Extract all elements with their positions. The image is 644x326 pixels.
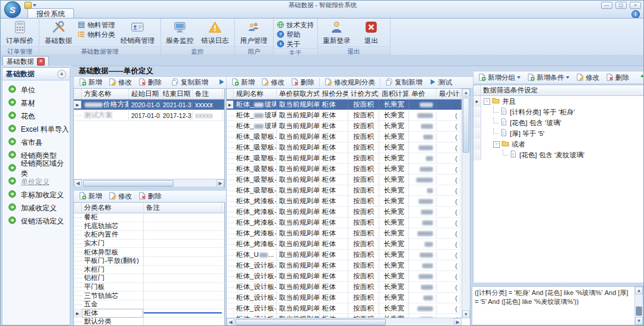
table-row[interactable]: 柜体_设计板-...取当前规则单价柜体按面积长乘宽( <box>227 282 462 293</box>
quote-category-cell: 柜体 <box>320 228 348 238</box>
category-delete-button[interactable]: 删除 <box>135 191 165 201</box>
rule-delete-button[interactable]: 删除 <box>288 77 317 88</box>
tab-quotation-system[interactable]: 报价系统 <box>27 8 74 18</box>
scrollbar-thumb[interactable] <box>463 98 469 153</box>
sidebar-item[interactable]: 促销活动定义 <box>2 215 70 228</box>
tree-node-label: [花色] 包含 '麦纹玻璃' <box>519 151 584 160</box>
plan-delete-button[interactable]: 删除 <box>135 77 165 88</box>
category-edit-button[interactable]: 修改 <box>106 191 135 201</box>
collapse-icon[interactable]: ▲ <box>57 70 66 79</box>
ribbon-button-globe[interactable]: 技术支持 <box>277 21 314 29</box>
chevron-down-icon[interactable] <box>33 4 36 7</box>
table-row[interactable]: 柜体_吸塑板-...取当前规则单价柜体按面积长乘宽( <box>227 164 462 175</box>
tab-close-icon[interactable]: ✕ <box>37 58 45 66</box>
table-row[interactable]: ▸价格方案2020-01-012021-01-31xxxxx <box>74 100 224 110</box>
rule-play-button[interactable]: 测试 <box>426 77 455 88</box>
ribbon-button-orange-list[interactable]: 物料分类 <box>78 30 115 39</box>
scrollbar-thumb[interactable] <box>636 306 642 316</box>
acquire-mode-cell: 取当前规则单价 <box>277 303 320 313</box>
scroll-up-icon[interactable]: ▲ <box>462 89 470 97</box>
sidebar-item[interactable]: 基材 <box>2 97 70 110</box>
table-row[interactable]: 默认分类 <box>74 318 224 326</box>
table-row[interactable]: 柜体_设计板-...取当前规则单价柜体按面积长乘宽( <box>227 260 462 271</box>
ribbon-button-help[interactable]: ?帮助 <box>277 30 314 39</box>
rule-add-button[interactable]: 新增 <box>228 77 258 88</box>
page-icon <box>509 150 519 160</box>
scrollbar-thumb[interactable] <box>236 319 386 325</box>
table-row[interactable]: 柜体_吸塑板-...取当前规则单价柜体按面积长乘宽( <box>227 132 462 142</box>
vertical-scrollbar[interactable]: ▲ ▼ <box>634 287 643 325</box>
ribbon-button-monitor[interactable]: 服务监控 <box>164 20 196 46</box>
table-row[interactable]: ▸柜体_玻璃...取当前规则单价柜体按面积长乘宽( <box>227 100 462 110</box>
sidebar-item-label: 加减收定义 <box>21 203 57 213</box>
rule-edit-button[interactable]: 修改规则分类 <box>321 77 378 88</box>
expand-collapse-icon[interactable]: − <box>493 141 500 148</box>
table-row[interactable]: 柜体_玻璃...取当前规则单价柜体按面积长乘宽( <box>227 110 462 121</box>
quote-category-cell: 柜体 <box>320 185 348 195</box>
rule-edit-button[interactable]: 修改 <box>258 77 287 88</box>
scroll-left-icon[interactable]: ◀ <box>227 318 234 326</box>
table-row[interactable]: 柜体_设计板-...取当前规则单价柜体按面积长乘宽( <box>227 271 462 282</box>
table-row[interactable]: 柜体_吸塑板-...取当前规则单价柜体按面积长乘宽( <box>227 185 462 196</box>
table-row[interactable]: 柜体_吸塑板-...取当前规则单价柜体按面积长乘宽( <box>227 142 462 153</box>
table-row[interactable]: 柜体_烤漆板-...取当前规则单价柜体按面积长乘宽( <box>227 218 462 228</box>
tree-node[interactable]: [花色] 包含 '玻璃' <box>473 117 644 128</box>
table-row[interactable]: 柜体_烤漆板-...取当前规则单价柜体按面积长乘宽( <box>227 228 462 239</box>
table-row[interactable]: 柜体_U...取当前规则单价柜体按面积长乘宽( <box>227 250 462 260</box>
table-row[interactable]: 柜体_烤漆板-...取当前规则单价柜体按面积长乘宽( <box>227 239 462 250</box>
filter-edit-button[interactable]: 修改 <box>573 73 602 83</box>
scrollbar-thumb[interactable] <box>83 180 174 187</box>
table-row[interactable]: 柜体_烤漆板-...取当前规则单价柜体按面积长乘宽( <box>227 207 462 218</box>
ribbon-button-exit[interactable]: 退出 <box>356 20 387 46</box>
ribbon-button-warning[interactable]: 错误日志 <box>199 20 231 46</box>
ribbon-button-users[interactable]: 用户管理 <box>238 20 270 46</box>
folder-icon <box>501 139 512 149</box>
filter-delete-button[interactable]: 删除 <box>603 73 632 83</box>
ribbon-button-calculator[interactable]: 订单报价 <box>4 20 36 46</box>
window-title: 基础数据 - 智能报价系统 <box>1 1 644 8</box>
filter-add-button[interactable]: 新增分组 <box>475 73 524 83</box>
sidebar-item[interactable]: Excel 料单导入 <box>2 123 70 136</box>
scroll-up-icon[interactable]: ▲ <box>635 287 643 294</box>
table-row[interactable]: 测试方案2017-01-012017-12-31xxxxx <box>74 110 224 121</box>
table-row[interactable]: 柜体_设计板-...取当前规则单价柜体按面积长乘宽( <box>227 303 462 314</box>
ribbon-button-dealer[interactable]: 经销商管理 <box>118 20 157 46</box>
filter-undo-button[interactable]: 撤销 <box>636 73 644 83</box>
info-icon[interactable]: i <box>631 10 640 18</box>
horizontal-scrollbar[interactable]: ◀ ▶ <box>227 318 462 326</box>
expand-collapse-icon[interactable]: − <box>484 98 490 105</box>
scroll-right-icon[interactable]: ▶ <box>454 318 462 326</box>
plan-add-button[interactable]: 新增 <box>76 77 105 88</box>
table-row[interactable]: 柜体_吸塑板-...取当前规则单价柜体按面积长乘宽( <box>227 153 462 164</box>
tree-node[interactable]: [花色] 包含 '麦纹玻璃' <box>473 150 644 160</box>
ribbon-button-about[interactable]: i关于 <box>277 40 314 48</box>
table-row[interactable]: 柜体_烤漆板-...取当前规则单价柜体按面积长乘宽( <box>227 196 462 207</box>
tab-basic-data[interactable]: 基础数据 ✕ <box>2 56 49 66</box>
tree-node[interactable]: [计料分类] 等于 '柜身' <box>473 107 644 117</box>
sidebar-item[interactable]: 非标加收定义 <box>2 188 70 201</box>
sidebar-item[interactable]: 经销商区域分类 <box>2 162 70 175</box>
rule-copy-button[interactable]: 复制新增 <box>382 77 425 88</box>
acquire-mode-cell: 取当前规则单价 <box>277 282 320 292</box>
table-row[interactable]: 柜体_吸塑板-...取当前规则单价柜体按面积长乘宽( <box>227 175 462 185</box>
plan-copy-button[interactable]: 复制新增 <box>168 77 211 88</box>
table-row[interactable]: 柜体_玻璃...取当前规则单价柜体按面积长乘宽( <box>227 121 462 132</box>
ribbon-button-tools[interactable]: 基础数据 <box>42 20 75 46</box>
plan-edit-button[interactable]: 修改 <box>106 77 135 88</box>
category-add-button[interactable]: 新增 <box>76 191 105 201</box>
sidebar-item[interactable]: 单位 <box>2 83 70 97</box>
sidebar-item[interactable]: 加减收定义 <box>2 201 70 215</box>
ribbon-button-box[interactable]: 物料管理 <box>78 21 115 29</box>
scroll-down-icon[interactable]: ▼ <box>635 317 643 325</box>
sidebar-item[interactable]: 省市县 <box>2 136 70 149</box>
tree-node[interactable]: [厚] 等于 '5' <box>473 128 644 139</box>
filter-add-button[interactable]: 新增条件 <box>524 73 572 83</box>
green-arrow-icon <box>8 151 16 160</box>
vertical-scrollbar[interactable]: ▲ ▼ <box>462 89 470 318</box>
ribbon-button-person[interactable]: 重新登录 <box>321 20 353 46</box>
tree-node[interactable]: −或者 <box>473 139 644 150</box>
sidebar-item[interactable]: 花色 <box>2 110 70 123</box>
tree-node[interactable]: ▸−并且 <box>473 96 644 107</box>
scroll-down-icon[interactable]: ▼ <box>462 311 470 318</box>
table-row[interactable]: 柜体_设计板-...取当前规则单价柜体按面积长乘宽( <box>227 293 462 303</box>
